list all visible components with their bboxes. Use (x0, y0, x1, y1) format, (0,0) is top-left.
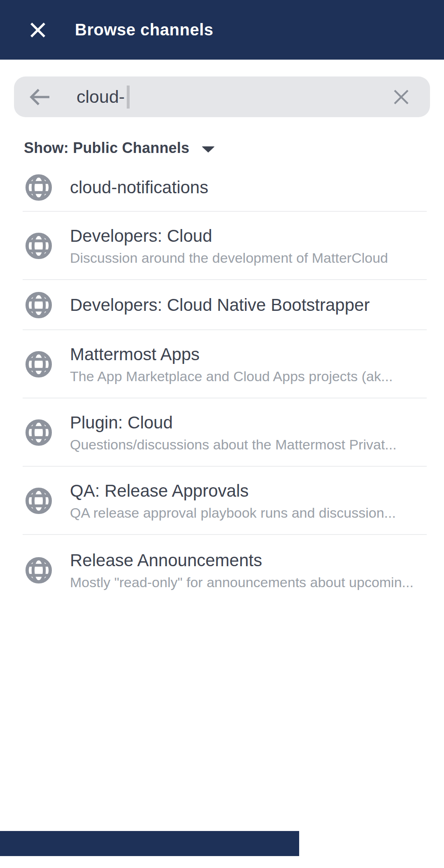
globe-icon (24, 556, 53, 585)
close-button[interactable] (26, 19, 49, 42)
close-icon (28, 21, 47, 39)
back-button[interactable] (28, 85, 53, 109)
channel-row[interactable]: cloud-notifications (0, 163, 444, 212)
text-cursor (127, 86, 130, 109)
channel-icon-col (0, 556, 70, 585)
channel-description: Questions/discussions about the Mattermo… (70, 435, 432, 454)
header: Browse channels (0, 0, 444, 60)
channel-row[interactable]: Developers: Cloud Native Bootstrapper (0, 280, 444, 330)
caret-down-icon (202, 146, 215, 153)
clear-x-icon (392, 88, 410, 106)
channel-row[interactable]: Release Announcements Mostly "read-only"… (0, 535, 444, 606)
globe-icon (24, 486, 53, 516)
channel-text: Plugin: Cloud Questions/discussions abou… (70, 411, 444, 454)
channel-icon-col (0, 486, 70, 516)
filter-label: Show: Public Channels (24, 139, 189, 157)
globe-icon (24, 418, 53, 447)
channel-filter-dropdown[interactable]: Show: Public Channels (24, 139, 215, 157)
channel-icon-col (0, 418, 70, 447)
channel-list: cloud-notifications Developers: Cloud Di… (0, 163, 444, 606)
channel-text: cloud-notifications (70, 176, 444, 199)
channel-icon-col (0, 173, 70, 202)
channel-text: Developers: Cloud Native Bootstrapper (70, 294, 444, 317)
clear-search-button[interactable] (390, 86, 413, 109)
channel-row[interactable]: Mattermost Apps The App Marketplace and … (0, 330, 444, 398)
channel-text: QA: Release Approvals QA release approva… (70, 479, 444, 522)
channel-description: QA release approval playbook runs and di… (70, 503, 432, 522)
channel-description: Discussion around the development of Mat… (70, 248, 432, 267)
channel-name: Release Announcements (70, 549, 432, 572)
channel-description: Mostly "read-only" for announcements abo… (70, 573, 432, 592)
channel-name: QA: Release Approvals (70, 479, 432, 502)
channel-row[interactable]: Developers: Cloud Discussion around the … (0, 212, 444, 280)
channel-icon-col (0, 350, 70, 379)
channel-name: Mattermost Apps (70, 343, 432, 366)
search-bar[interactable]: cloud- (14, 76, 430, 117)
search-value: cloud- (77, 87, 125, 107)
globe-icon (24, 231, 53, 261)
bottom-nav-bar (0, 831, 299, 856)
globe-icon (24, 290, 53, 320)
page-title: Browse channels (75, 21, 214, 39)
channel-icon-col (0, 290, 70, 320)
browse-channels-screen: Browse channels cloud- Show: Public Chan… (0, 0, 444, 868)
channel-name: Developers: Cloud Native Bootstrapper (70, 294, 432, 317)
search-input[interactable]: cloud- (77, 86, 390, 109)
channel-text: Developers: Cloud Discussion around the … (70, 225, 444, 267)
arrow-left-icon (29, 87, 52, 107)
globe-icon (24, 350, 53, 379)
channel-text: Release Announcements Mostly "read-only"… (70, 549, 444, 592)
channel-row[interactable]: Plugin: Cloud Questions/discussions abou… (0, 398, 444, 467)
globe-icon (24, 173, 53, 202)
channel-text: Mattermost Apps The App Marketplace and … (70, 343, 444, 386)
channel-name: Developers: Cloud (70, 225, 432, 248)
channel-description: The App Marketplace and Cloud Apps proje… (70, 367, 432, 386)
channel-icon-col (0, 231, 70, 261)
channel-name: cloud-notifications (70, 176, 432, 199)
channel-row[interactable]: QA: Release Approvals QA release approva… (0, 467, 444, 535)
channel-name: Plugin: Cloud (70, 411, 432, 434)
